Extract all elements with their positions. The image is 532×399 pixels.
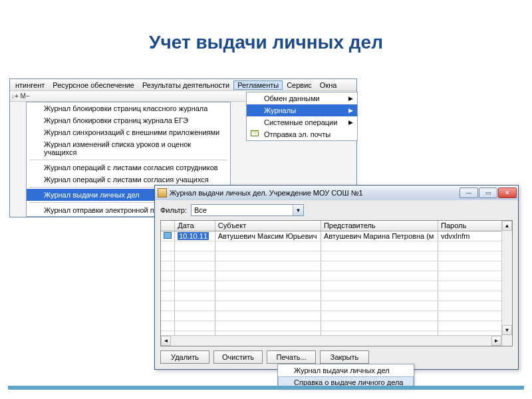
table-row[interactable] xyxy=(161,291,512,301)
table-row[interactable] xyxy=(161,251,512,261)
menubar-item[interactable]: Окна xyxy=(316,81,341,89)
table-row[interactable] xyxy=(161,321,512,331)
submenu-item[interactable]: Журналы▶ xyxy=(247,104,357,116)
chevron-right-icon: ▶ xyxy=(348,119,353,126)
titlebar: Журнал выдачи личных дел. Учреждение МОУ… xyxy=(155,186,518,200)
column-header[interactable] xyxy=(161,221,175,231)
удалить-button[interactable]: Удалить xyxy=(160,350,209,364)
scroll-right-icon[interactable]: ► xyxy=(491,336,501,346)
закрыть-button[interactable]: Закрыть xyxy=(320,350,369,364)
menubar-item[interactable]: Регламенты xyxy=(233,80,283,90)
очистить-button[interactable]: Очистить xyxy=(213,350,263,364)
toolbar-hint: ↓+ M− xyxy=(11,92,30,100)
menubar-item[interactable]: Ресурсное обеспечение xyxy=(49,81,138,89)
journal-window: Журнал выдачи личных дел. Учреждение МОУ… xyxy=(154,185,519,370)
journal-menu-item[interactable]: Журнал блокировки страниц классного журн… xyxy=(27,102,230,114)
window-title: Журнал выдачи личных дел. Учреждение МОУ… xyxy=(170,189,363,197)
journal-menu-item[interactable]: Журнал блокировки страниц журнала ЕГЭ xyxy=(27,114,230,126)
vertical-scrollbar[interactable]: ▲ ▼ xyxy=(501,221,512,346)
data-grid[interactable]: ДатаСубъектПредставительПароль10.10.11Ав… xyxy=(160,220,513,346)
table-row[interactable] xyxy=(161,281,512,291)
column-header[interactable]: Представитель xyxy=(321,221,438,231)
menubar-item[interactable]: нтингент xyxy=(11,81,49,89)
journal-menu-item[interactable]: Журнал изменений списка уроков и оценок … xyxy=(27,138,230,158)
scroll-down-icon[interactable]: ▼ xyxy=(502,325,512,335)
scroll-up-icon[interactable]: ▲ xyxy=(502,221,512,231)
chevron-right-icon: ▶ xyxy=(348,107,353,114)
journal-menu-item[interactable]: Журнал операций с листами согласия учащи… xyxy=(27,174,230,186)
column-header[interactable]: Дата xyxy=(175,221,215,231)
mail-icon xyxy=(251,130,259,136)
table-row[interactable] xyxy=(161,311,512,321)
menubar-item[interactable]: Результаты деятельности xyxy=(138,81,233,89)
minimize-button[interactable]: — xyxy=(460,188,478,198)
print-menu-item[interactable]: Журнал выдачи личных дел xyxy=(278,364,414,376)
slide-footer-bar xyxy=(8,386,524,390)
app-icon xyxy=(158,188,167,198)
column-header[interactable]: Субъект xyxy=(215,221,321,231)
table-row[interactable]: 10.10.11Автушевич Максим ЮрьевичАвтушеви… xyxy=(161,231,512,241)
table-row[interactable] xyxy=(161,271,512,281)
submenu-item[interactable]: Системные операции▶ xyxy=(247,116,357,128)
filter-combo[interactable]: Все ▼ xyxy=(191,204,304,216)
button-row: УдалитьОчиститьПечать...Закрыть Журнал в… xyxy=(160,350,513,364)
scroll-left-icon[interactable]: ◄ xyxy=(161,336,171,346)
filter-label: Фильтр: xyxy=(160,206,187,214)
folder-icon xyxy=(164,232,172,239)
journal-menu-item[interactable]: Журнал операций с листами согласия сотру… xyxy=(27,162,230,174)
chevron-right-icon: ▶ xyxy=(348,95,353,102)
slide-title: Учет выдачи личных дел xyxy=(0,32,532,53)
horizontal-scrollbar[interactable]: ◄ ► xyxy=(161,335,501,346)
journal-menu-item[interactable]: Журнал синхронизаций с внешними приложен… xyxy=(27,126,230,138)
close-button[interactable]: ✕ xyxy=(498,188,517,198)
submenu-item[interactable]: Обмен данными▶ xyxy=(247,92,357,104)
menubar: нтингентРесурсное обеспечениеРезультаты … xyxy=(10,79,356,91)
maximize-button[interactable]: ▭ xyxy=(479,188,497,198)
table-row[interactable] xyxy=(161,241,512,251)
column-header[interactable]: Пароль xyxy=(438,221,511,231)
filter-value: Все xyxy=(194,206,207,214)
печать-button[interactable]: Печать... xyxy=(267,350,316,364)
menubar-item[interactable]: Сервис xyxy=(283,81,316,89)
reglamenty-submenu: Обмен данными▶Журналы▶Системные операции… xyxy=(246,92,358,141)
submenu-item[interactable]: Отправка эл. почты xyxy=(247,128,357,140)
table-row[interactable] xyxy=(161,301,512,311)
chevron-down-icon[interactable]: ▼ xyxy=(293,205,303,215)
table-row[interactable] xyxy=(161,261,512,271)
